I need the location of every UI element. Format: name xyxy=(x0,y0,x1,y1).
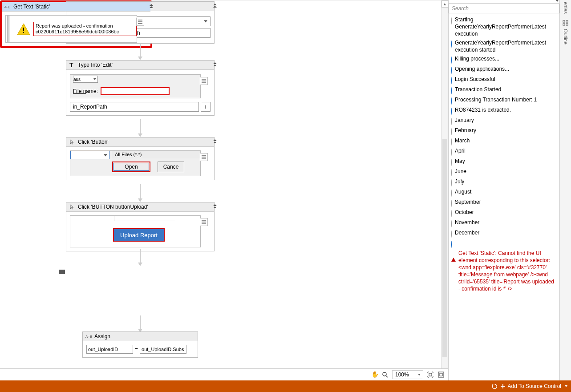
trace-bullet-icon xyxy=(451,128,452,135)
plus-button[interactable]: + xyxy=(201,102,211,112)
breakpoint-indicator[interactable] xyxy=(59,270,65,274)
target-screenshot[interactable]: aus File name: xyxy=(70,74,201,98)
scroll-up-icon[interactable]: ▲ xyxy=(441,0,448,8)
refresh-icon[interactable] xyxy=(492,384,498,389)
log-entry[interactable]: Login Successful xyxy=(450,75,559,85)
log-entry[interactable]: September xyxy=(450,198,559,208)
options-menu-icon[interactable] xyxy=(200,218,208,226)
log-text: May xyxy=(455,158,465,166)
svg-rect-12 xyxy=(563,24,565,25)
log-entry[interactable]: Opening applications... xyxy=(450,65,559,75)
log-text: Transaction Started xyxy=(455,86,501,94)
flow-arrow xyxy=(140,119,141,137)
log-entry[interactable]: January xyxy=(450,116,559,126)
log-entry[interactable]: Transaction Started xyxy=(450,85,559,95)
activity-click-upload[interactable]: Click 'BUTTON buttonUpload' Upload Repor… xyxy=(66,202,215,251)
log-entry[interactable]: Get Text 'Static': Cannot find the UI el… xyxy=(450,249,559,293)
options-menu-icon[interactable] xyxy=(136,18,144,26)
log-entry[interactable]: April xyxy=(450,146,559,157)
log-entry[interactable]: July xyxy=(450,177,559,187)
log-entry[interactable]: June xyxy=(450,167,559,177)
trace-bullet-icon xyxy=(451,169,452,176)
outline-icon xyxy=(563,20,569,27)
panel-toolbar[interactable] xyxy=(449,0,559,4)
target-screenshot[interactable]: Upload Report xyxy=(70,215,201,247)
log-entry[interactable]: August xyxy=(450,187,559,198)
fit-to-screen-icon[interactable] xyxy=(427,371,434,378)
output-log-list[interactable]: Starting GenerateYearlyReportPerformerLa… xyxy=(449,13,559,380)
log-text: Opening applications... xyxy=(455,65,509,74)
svg-text:T: T xyxy=(69,62,73,68)
log-text: GenerateYearlyReportPerformerLatest exec… xyxy=(455,39,557,53)
tab-properties[interactable]: erties xyxy=(563,2,568,14)
activity-assign[interactable]: A=B Assign = xyxy=(82,331,198,358)
log-text: Killing processes... xyxy=(455,55,499,64)
log-text: Starting GenerateYearlyReportPerformerLa… xyxy=(455,16,557,37)
flow-arrow xyxy=(140,43,141,60)
trace-bullet-icon xyxy=(451,220,452,227)
svg-rect-9 xyxy=(440,373,442,376)
log-entry[interactable]: October xyxy=(450,208,559,218)
info-bullet-icon xyxy=(451,57,452,64)
log-entry[interactable]: Killing processes... xyxy=(450,54,559,65)
log-text: November xyxy=(455,219,479,227)
open-button-target: Open xyxy=(112,162,150,172)
filename-label: File name: xyxy=(73,88,98,94)
assign-value-input[interactable] xyxy=(140,345,186,354)
log-entry[interactable] xyxy=(450,238,559,249)
log-text: July xyxy=(455,178,464,186)
activity-header[interactable]: A=B Assign xyxy=(83,332,198,341)
log-entry[interactable]: May xyxy=(450,157,559,167)
design-canvas[interactable]: Log Message Log Level Info Message in_Re… xyxy=(0,0,448,392)
cancel-button-preview: Cance xyxy=(158,162,184,172)
cursor-icon xyxy=(69,139,75,145)
warning-icon: ! xyxy=(16,23,31,37)
options-menu-icon[interactable] xyxy=(200,153,208,161)
activity-get-text[interactable]: AB| Get Text 'Static' ! Report was xyxy=(0,0,152,48)
log-entry[interactable]: RO874231 is extracted. xyxy=(450,105,559,116)
log-entry[interactable]: Starting GenerateYearlyReportPerformerLa… xyxy=(450,15,559,38)
pan-icon[interactable]: ✋ xyxy=(371,371,378,378)
target-screenshot[interactable]: ! Report was uploaded - confirmation c02… xyxy=(5,15,137,43)
log-entry[interactable]: March xyxy=(450,136,559,146)
trace-bullet-icon xyxy=(451,179,452,186)
search-input[interactable]: Search xyxy=(449,4,559,13)
info-bullet-icon xyxy=(451,40,452,48)
activity-header[interactable]: AB| Get Text 'Static' xyxy=(2,2,150,12)
canvas-scrollbar[interactable]: ▲ ▼ xyxy=(441,0,448,380)
dropdown-icon[interactable] xyxy=(556,0,559,2)
tab-outline[interactable]: Outline xyxy=(563,20,569,44)
activity-header[interactable]: Click 'Button' xyxy=(66,137,214,147)
activity-type-into[interactable]: T Type Into 'Edit' aus File name: xyxy=(66,60,215,116)
zoom-level-select[interactable]: 100% xyxy=(392,370,423,379)
log-text: Login Successful xyxy=(455,76,495,84)
log-text: February xyxy=(455,127,476,135)
scroll-thumb[interactable] xyxy=(442,139,447,357)
flow-arrow xyxy=(140,315,141,332)
text-icon: T xyxy=(69,62,75,68)
log-entry[interactable]: November xyxy=(450,218,559,228)
assign-to-input[interactable] xyxy=(86,345,133,354)
type-value-input[interactable]: in_ReportPath xyxy=(70,102,199,112)
target-screenshot[interactable]: All Files (*.*) Open Cance xyxy=(70,150,201,176)
zoom-icon[interactable] xyxy=(381,371,389,378)
svg-rect-11 xyxy=(566,20,568,22)
info-bullet-icon xyxy=(451,67,452,74)
trace-bullet-icon xyxy=(451,149,452,156)
activity-header[interactable]: Click 'BUTTON buttonUpload' xyxy=(66,202,214,212)
trace-bullet-icon xyxy=(451,230,452,238)
log-entry[interactable]: GenerateYearlyReportPerformerLatest exec… xyxy=(450,38,559,54)
log-entry[interactable]: Processing Transaction Number: 1 xyxy=(450,95,559,105)
log-entry[interactable]: February xyxy=(450,126,559,136)
log-entry[interactable]: December xyxy=(450,228,559,238)
trace-bullet-icon xyxy=(451,210,452,217)
activity-click-button[interactable]: Click 'Button' All Files (*.*) Open Canc… xyxy=(66,137,215,180)
activity-header[interactable]: T Type Into 'Edit' xyxy=(66,61,214,70)
add-source-control-button[interactable]: Add To Source Control xyxy=(500,383,567,389)
svg-text:!: ! xyxy=(22,27,24,34)
expand-icon[interactable] xyxy=(437,371,445,378)
info-bullet-icon xyxy=(451,87,452,94)
equals-label: = xyxy=(135,346,138,352)
log-text: September xyxy=(455,198,481,207)
options-menu-icon[interactable] xyxy=(200,77,208,85)
